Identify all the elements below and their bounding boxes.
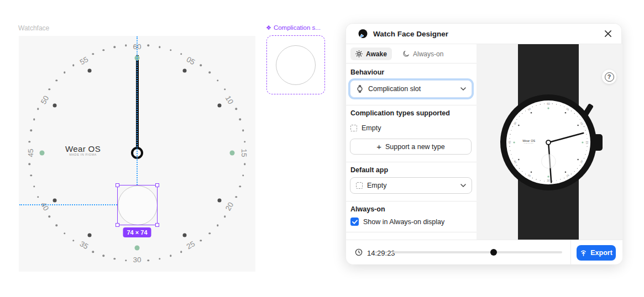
empty-slot-icon bbox=[356, 182, 363, 189]
clock-icon bbox=[355, 248, 363, 256]
minute-dot bbox=[64, 72, 66, 74]
minute-dot bbox=[217, 224, 219, 226]
five-minute-dot bbox=[217, 104, 221, 108]
minute-dot bbox=[522, 113, 522, 114]
minute-dot bbox=[522, 171, 522, 172]
selection-handle-sw[interactable] bbox=[116, 223, 119, 227]
export-icon bbox=[580, 250, 587, 257]
always-on-checkbox[interactable] bbox=[350, 218, 359, 226]
minute-number: 60 bbox=[547, 103, 549, 105]
minute-number: 20 bbox=[579, 160, 583, 163]
support-new-type-button[interactable]: + Support a new type bbox=[350, 139, 472, 155]
minute-dot bbox=[56, 224, 58, 226]
minute-dot bbox=[519, 168, 520, 169]
default-app-label: Default app bbox=[350, 166, 388, 174]
minute-dot bbox=[564, 107, 564, 107]
divider bbox=[346, 105, 477, 105]
time-slider-thumb[interactable] bbox=[490, 249, 497, 256]
minute-dot bbox=[224, 88, 226, 91]
minute-dot bbox=[200, 240, 202, 242]
moon-icon bbox=[402, 50, 410, 57]
help-button[interactable]: ? bbox=[602, 70, 616, 84]
minute-dot bbox=[92, 251, 95, 253]
minute-number: 25 bbox=[185, 240, 196, 251]
minute-dot bbox=[30, 129, 33, 131]
minute-dot bbox=[536, 179, 537, 179]
minute-dot bbox=[148, 44, 150, 46]
frame-label[interactable]: Watchface bbox=[18, 24, 49, 32]
minute-dot bbox=[586, 134, 587, 135]
time-slider-track[interactable] bbox=[393, 251, 562, 253]
minute-dot bbox=[536, 105, 537, 105]
five-minute-dot bbox=[183, 69, 187, 73]
support-new-type-label: Support a new type bbox=[385, 143, 445, 151]
quarter-dot bbox=[547, 176, 549, 177]
minute-dot bbox=[148, 259, 150, 262]
minute-number: 10 bbox=[224, 94, 235, 105]
minute-number: 30 bbox=[547, 179, 549, 182]
minute-dot bbox=[571, 173, 572, 174]
divider bbox=[346, 162, 477, 162]
minute-dot bbox=[159, 258, 161, 260]
behaviour-value: Complication slot bbox=[368, 85, 421, 93]
selection-handle-nw[interactable] bbox=[116, 183, 119, 187]
tab-awake[interactable]: Awake bbox=[350, 47, 392, 60]
quarter-dot bbox=[547, 107, 549, 109]
behaviour-dropdown[interactable]: Complication slot bbox=[350, 80, 472, 98]
minute-dot bbox=[574, 113, 575, 114]
five-minute-dot bbox=[565, 171, 567, 173]
plus-icon: + bbox=[376, 142, 381, 151]
selection-handle-ne[interactable] bbox=[155, 183, 159, 187]
minute-dot bbox=[92, 53, 95, 55]
figma-workspace: Watchface 051015202530354045505560Wear O… bbox=[0, 0, 644, 297]
minute-dot bbox=[170, 49, 172, 51]
minute-dot bbox=[244, 141, 246, 143]
tab-always-on[interactable]: Always-on bbox=[397, 47, 448, 60]
behaviour-label: Behaviour bbox=[350, 68, 384, 76]
component-label[interactable]: ❖ Complication s... bbox=[266, 24, 321, 31]
close-icon[interactable] bbox=[604, 29, 612, 38]
panel-header[interactable]: Watch Face Designer bbox=[346, 24, 621, 44]
selected-complication-slot[interactable] bbox=[117, 185, 158, 225]
complication-slot-circle bbox=[541, 154, 556, 168]
minute-number: 50 bbox=[513, 121, 517, 125]
minute-dot bbox=[540, 104, 541, 104]
minute-dot bbox=[512, 126, 513, 127]
five-minute-dot bbox=[88, 233, 92, 237]
complication-type-item[interactable]: Empty bbox=[350, 124, 381, 132]
selection-handle-se[interactable] bbox=[155, 223, 159, 227]
minute-dot bbox=[574, 171, 575, 172]
export-button[interactable]: Export bbox=[577, 245, 616, 261]
watch-hand-pivot bbox=[546, 140, 551, 145]
component-label-text: Complication s... bbox=[274, 24, 321, 31]
chevron-down-icon bbox=[460, 184, 466, 187]
minute-dot bbox=[103, 255, 105, 257]
minute-dot bbox=[125, 44, 127, 46]
minute-dot bbox=[37, 196, 39, 198]
complication-slot-component[interactable] bbox=[266, 35, 325, 94]
five-minute-dot bbox=[518, 159, 520, 161]
alignment-guide-horizontal bbox=[19, 204, 117, 205]
minute-number: 15 bbox=[585, 141, 588, 144]
minute-dot bbox=[532, 107, 533, 107]
minute-dot bbox=[511, 154, 511, 155]
minute-dot bbox=[556, 104, 557, 104]
minute-number: 40 bbox=[39, 200, 51, 212]
minute-number: 10 bbox=[579, 121, 583, 125]
default-app-value: Empty bbox=[367, 182, 386, 189]
tab-awake-label: Awake bbox=[366, 50, 387, 58]
minute-dot bbox=[511, 130, 511, 131]
minute-dot bbox=[509, 138, 510, 139]
brand-text: Wear OS bbox=[65, 144, 101, 153]
always-on-checkbox-label: Show in Always-on display bbox=[363, 218, 444, 226]
minute-dot bbox=[64, 232, 66, 235]
minute-dot bbox=[239, 119, 242, 121]
minute-number: 35 bbox=[527, 173, 531, 177]
default-app-dropdown[interactable]: Empty bbox=[350, 177, 472, 194]
minute-number: 15 bbox=[240, 148, 248, 157]
minute-dot bbox=[552, 181, 553, 182]
minute-dot bbox=[584, 158, 584, 158]
brand-subtext: MADE IN FIGMA bbox=[524, 142, 534, 144]
watch-icon bbox=[356, 85, 364, 93]
minute-dot bbox=[587, 146, 588, 147]
